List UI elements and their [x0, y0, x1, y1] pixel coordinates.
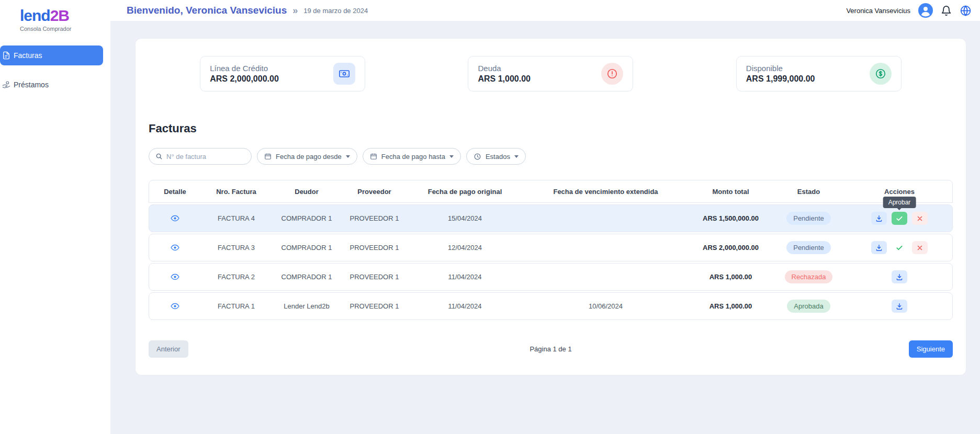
dollar-circle-icon: [870, 63, 892, 85]
column-header: Acciones: [844, 188, 954, 196]
stat-value: ARS 1,999,000.00: [746, 74, 815, 84]
download-button[interactable]: [871, 241, 887, 254]
reject-button[interactable]: [912, 212, 928, 225]
filter-label: Fecha de pago hasta: [381, 153, 445, 161]
states-filter[interactable]: Estados: [466, 148, 526, 165]
tooltip-aprobar: Aprobar: [883, 197, 916, 208]
column-header: Fecha de pago original: [407, 188, 523, 196]
status-badge: Pendiente: [786, 212, 831, 225]
table-body: FACTURA 4 COMPRADOR 1 PROVEEDOR 1 15/04/…: [149, 204, 953, 320]
row-actions: [844, 300, 954, 313]
previous-page-button[interactable]: Anterior: [149, 340, 188, 358]
table-row[interactable]: FACTURA 3 COMPRADOR 1 PROVEEDOR 1 12/04/…: [149, 234, 953, 261]
sidebar: lend2B Consola Comprador Facturas Présta…: [0, 0, 110, 434]
status-badge: Aprobada: [787, 300, 830, 313]
table-row[interactable]: FACTURA 2 COMPRADOR 1 PROVEEDOR 1 11/04/…: [149, 263, 953, 291]
debtor-name: COMPRADOR 1: [272, 273, 342, 281]
provider-name: PROVEEDOR 1: [342, 302, 407, 310]
status-badge: Pendiente: [786, 241, 831, 254]
column-header: Fecha de vencimiento extendida: [523, 188, 689, 196]
view-details-button[interactable]: [171, 214, 179, 223]
total-amount: ARS 1,000.00: [689, 273, 773, 281]
download-button[interactable]: [871, 212, 887, 225]
column-header: Estado: [773, 188, 844, 196]
column-header: Monto total: [689, 188, 773, 196]
filters-bar: Fecha de pago desde Fecha de pago hasta: [149, 148, 953, 165]
calendar-icon: [264, 153, 272, 160]
alert-circle-icon: [601, 63, 623, 85]
debtor-name: Lender Lend2b: [272, 302, 342, 310]
download-button[interactable]: [892, 270, 907, 283]
next-page-button[interactable]: Siguiente: [909, 340, 953, 358]
welcome-title: Bienvenido, Veronica Vansevicius: [127, 5, 287, 16]
app-root: lend2B Consola Comprador Facturas Présta…: [0, 0, 980, 434]
pagination: Anterior Página 1 de 1 Siguiente: [149, 340, 953, 358]
column-header: Deudor: [272, 188, 342, 196]
table-header-row: DetalleNro. FacturaDeudorProveedorFecha …: [149, 180, 953, 203]
debtor-name: COMPRADOR 1: [272, 244, 342, 252]
eye-icon: [171, 243, 179, 252]
sidebar-item-prestamos[interactable]: Préstamos: [0, 75, 103, 95]
total-amount: ARS 1,500,000.00: [689, 214, 773, 222]
invoice-number: FACTURA 4: [201, 214, 272, 222]
provider-name: PROVEEDOR 1: [342, 244, 407, 252]
column-header: Proveedor: [342, 188, 407, 196]
sidebar-nav: Facturas Préstamos: [0, 45, 110, 95]
invoice-number: FACTURA 1: [201, 302, 272, 310]
content: Línea de Crédito ARS 2,000,000.00 Deuda …: [110, 21, 980, 434]
logo: lend2B Consola Comprador: [20, 7, 71, 32]
notifications-bell-icon[interactable]: [941, 5, 952, 16]
user-name: Veronica Vansevicius: [846, 7, 910, 15]
avatar[interactable]: [918, 3, 933, 18]
date-to-filter[interactable]: Fecha de pago hasta: [363, 148, 461, 165]
stat-value: ARS 1,000.00: [478, 74, 531, 84]
table-row[interactable]: FACTURA 1 Lender Lend2b PROVEEDOR 1 11/0…: [149, 292, 953, 320]
language-globe-icon[interactable]: [960, 5, 972, 17]
stat-card: Deuda ARS 1,000.00: [468, 56, 633, 92]
invoice-icon: [2, 51, 10, 60]
total-amount: ARS 2,000,000.00: [689, 244, 773, 252]
row-actions: [844, 270, 954, 283]
download-button[interactable]: [892, 300, 907, 313]
status-badge: Rechazada: [785, 270, 833, 283]
chevrons-separator-icon: »: [292, 5, 298, 16]
provider-name: PROVEEDOR 1: [342, 273, 407, 281]
invoice-search: [149, 148, 252, 165]
logo-subtitle: Consola Comprador: [20, 26, 71, 32]
search-input[interactable]: [166, 153, 245, 161]
table-row[interactable]: FACTURA 4 COMPRADOR 1 PROVEEDOR 1 15/04/…: [149, 204, 953, 232]
sidebar-item-facturas[interactable]: Facturas: [0, 45, 103, 65]
debtor-name: COMPRADOR 1: [272, 214, 342, 222]
breadcrumb: Bienvenido, Veronica Vansevicius » 19 de…: [127, 5, 368, 16]
current-date: 19 de marzo de 2024: [303, 7, 368, 15]
view-details-button[interactable]: [171, 302, 179, 311]
search-icon: [155, 153, 163, 160]
invoices-table: DetalleNro. FacturaDeudorProveedorFecha …: [149, 180, 953, 320]
reject-button[interactable]: [912, 241, 928, 254]
topbar-right: Veronica Vansevicius: [846, 3, 972, 18]
date-from-filter[interactable]: Fecha de pago desde: [257, 148, 357, 165]
column-header: Detalle: [149, 188, 201, 196]
stat-label: Línea de Crédito: [210, 64, 279, 73]
topbar: Bienvenido, Veronica Vansevicius » 19 de…: [110, 0, 980, 21]
stat-label: Disponible: [746, 64, 815, 73]
view-details-button[interactable]: [171, 243, 179, 252]
row-actions: [844, 241, 954, 254]
stat-label: Deuda: [478, 64, 531, 73]
provider-name: PROVEEDOR 1: [342, 214, 407, 222]
eye-icon: [171, 214, 179, 223]
chevron-down-icon: [514, 155, 519, 158]
filter-label: Fecha de pago desde: [276, 153, 342, 161]
logo-text-2b: 2B: [50, 7, 69, 24]
loans-icon: [2, 81, 10, 89]
eye-icon: [171, 302, 179, 311]
view-details-button[interactable]: [171, 272, 179, 281]
original-payment-date: 15/04/2024: [407, 214, 523, 222]
column-header: Nro. Factura: [201, 188, 272, 196]
original-payment-date: 11/04/2024: [407, 273, 523, 281]
approve-button[interactable]: [892, 212, 907, 225]
main-area: Bienvenido, Veronica Vansevicius » 19 de…: [110, 0, 980, 434]
approve-button[interactable]: [892, 241, 907, 254]
chevron-down-icon: [449, 155, 454, 158]
page-info: Página 1 de 1: [530, 345, 571, 353]
